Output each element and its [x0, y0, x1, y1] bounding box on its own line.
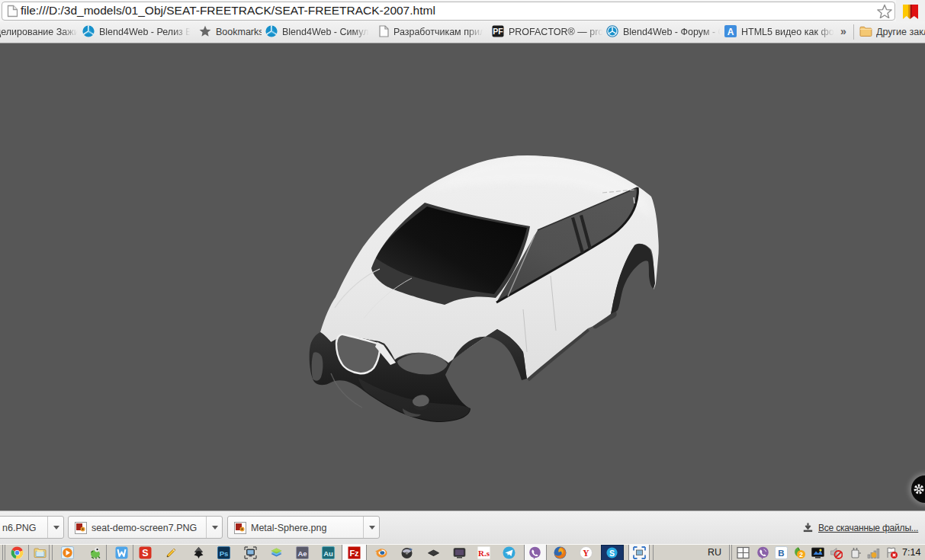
svg-text:A: A [727, 27, 734, 37]
svg-text:PF: PF [493, 27, 503, 36]
svg-text:Fz: Fz [349, 549, 359, 558]
svg-text:R.s: R.s [478, 549, 490, 558]
svg-text:B: B [778, 549, 784, 558]
svg-text:S: S [609, 549, 615, 558]
svg-text:Y: Y [583, 549, 589, 558]
svg-text:Au: Au [323, 549, 333, 558]
svg-text:S: S [142, 548, 148, 558]
svg-text:Ae: Ae [297, 549, 307, 558]
svg-text:2: 2 [799, 551, 803, 558]
svg-text:Ps: Ps [220, 549, 229, 558]
